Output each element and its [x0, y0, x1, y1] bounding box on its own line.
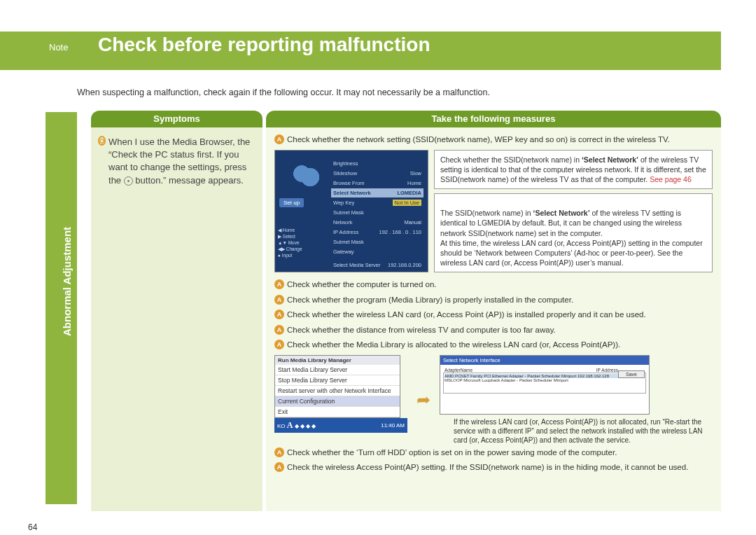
a-icon: A: [287, 420, 293, 430]
m5: Check whether the distance from wireless…: [287, 325, 713, 336]
measures-body: A Check whether the network setting (SSI…: [266, 127, 721, 511]
context-col: Run Media Library Manager Start Media Li…: [274, 355, 407, 433]
measure-2: ACheck whether the computer is turned on…: [274, 279, 713, 291]
dlg-body: AdapterNameIP Address AMD PCNET Family P…: [440, 365, 649, 414]
m8: Check the wireless Access Point(AP) sett…: [287, 462, 713, 473]
a-bullet: A: [274, 134, 284, 144]
col1: AdapterName: [444, 368, 472, 373]
measure-6: ACheck whether the Media Library is allo…: [274, 340, 713, 351]
arrow-icon: ➦: [413, 389, 434, 410]
measure-8: ACheck the wireless Access Point(AP) set…: [274, 462, 713, 473]
m7: Check whether the ‘Turn off HDD’ option …: [287, 447, 713, 459]
tv-item-selected: Select NetworkLGMEDIA: [331, 188, 424, 197]
a-bullet: A: [274, 325, 284, 335]
measure-1: A Check whether the network setting (SSI…: [274, 134, 713, 146]
a-bullet: A: [274, 462, 284, 472]
context-menu[interactable]: Run Media Library Manager Start Media Li…: [274, 355, 400, 418]
save-button[interactable]: Save: [618, 370, 645, 378]
measure-5: ACheck whether the distance from wireles…: [274, 325, 713, 336]
dlg-title: Select Network Interface: [440, 356, 649, 365]
tv-item: Select Media Server192.168.0.200: [331, 260, 424, 270]
tv-and-notes: Set up Brightness SlideshowSlow Browse F…: [274, 150, 713, 277]
tv-screenshot: Set up Brightness SlideshowSlow Browse F…: [274, 150, 428, 272]
note-2: The SSID(network name) in ‘Select Networ…: [434, 193, 713, 272]
m3: Check whether the program (Media Library…: [287, 295, 713, 306]
ctx-item[interactable]: Stop Media Library Server: [275, 375, 400, 386]
measure-3: ACheck whether the program (Media Librar…: [274, 295, 713, 306]
dlg-list[interactable]: AMD PCNET Family PCI Ethernet Adapter - …: [443, 373, 646, 394]
measures-header: Take the following measures: [266, 111, 721, 127]
symptom-line2: button.” message appears.: [133, 175, 244, 186]
lang: KO: [277, 423, 286, 429]
tv-item: Subnet Mask: [331, 208, 424, 217]
page-title: Check before reporting malfunction: [98, 34, 430, 56]
col2: IP Address: [596, 368, 618, 373]
sidebar-label: Abnormal Adjustment: [61, 196, 73, 336]
symptom-text: When I use the Media Browser, the “Check…: [108, 136, 255, 187]
a-bullet: A: [274, 447, 284, 457]
tv-menu: Brightness SlideshowSlow Browse FromHome…: [331, 159, 424, 270]
taskbar: KO A ◆ ◆ ◆ ◆ 11:40 AM: [274, 418, 407, 433]
measure-7: ACheck whether the ‘Turn off HDD’ option…: [274, 447, 713, 459]
a-bullet: A: [274, 310, 284, 319]
symptoms-body: Q When I use the Media Browser, the “Che…: [91, 127, 262, 511]
list-row[interactable]: MSLOOP Microsoft Loopback Adapter - Pack…: [444, 378, 645, 382]
tv-item: Subnet Mask: [331, 237, 424, 246]
measure-4: ACheck whether the wireless LAN card (or…: [274, 310, 713, 321]
tv-item: SlideshowSlow: [331, 169, 424, 178]
small-note: If the wireless LAN card (or, Access Poi…: [454, 417, 713, 445]
q-bullet: Q: [98, 136, 106, 146]
see-page-link: See page 46: [650, 175, 692, 183]
setup-label: Set up: [279, 198, 304, 207]
button-icon: [124, 176, 133, 186]
dialog: Select Network Interface AdapterNameIP A…: [440, 355, 650, 415]
symptoms-header: Symptoms: [91, 111, 262, 127]
tv-item: Browse FromHome: [331, 179, 424, 188]
a-bullet: A: [274, 279, 284, 289]
a-bullet: A: [274, 295, 284, 305]
notes-col: Check whether the SSID(network name) in …: [434, 150, 713, 277]
page-number: 64: [28, 522, 37, 532]
tv-nav: ◀ Home ▶ Select ▲▼ Move ◀▶ Change ● Inpu…: [278, 227, 302, 258]
tv-item: Brightness: [331, 159, 424, 168]
note-label: Note: [49, 42, 68, 53]
tv-item: Gateway: [331, 247, 424, 256]
ctx-item[interactable]: Restart server with other Network Interf…: [275, 386, 400, 396]
tv-item: IP Address192 . 168 . 0 . 110: [331, 228, 424, 237]
m4: Check whether the wireless LAN card (or,…: [287, 310, 713, 321]
m2: Check whether the computer is turned on.: [287, 279, 713, 291]
dialog-col: Select Network Interface AdapterNameIP A…: [440, 355, 713, 445]
context-and-dialog: Run Media Library Manager Start Media Li…: [274, 355, 713, 445]
m6: Check whether the Media Library is alloc…: [287, 340, 713, 351]
m1-text: Check whether the network setting (SSID(…: [287, 134, 713, 146]
note-1: Check whether the SSID(network name) in …: [434, 150, 713, 190]
gear-icon: [281, 156, 323, 191]
tv-item: Wep KeyNot In Use: [331, 198, 424, 207]
ctx-head: Run Media Library Manager: [275, 356, 400, 365]
clock: 11:40 AM: [381, 422, 405, 429]
ctx-item-selected[interactable]: Current Configuration: [275, 396, 400, 407]
ctx-item[interactable]: Exit: [275, 407, 400, 417]
tray-icons: ◆ ◆ ◆ ◆: [295, 423, 316, 429]
intro-text: When suspecting a malfunction, check aga…: [77, 88, 490, 97]
a-bullet: A: [274, 340, 284, 349]
ctx-item[interactable]: Start Media Library Server: [275, 365, 400, 375]
tv-item: NetworkManual: [331, 218, 424, 227]
